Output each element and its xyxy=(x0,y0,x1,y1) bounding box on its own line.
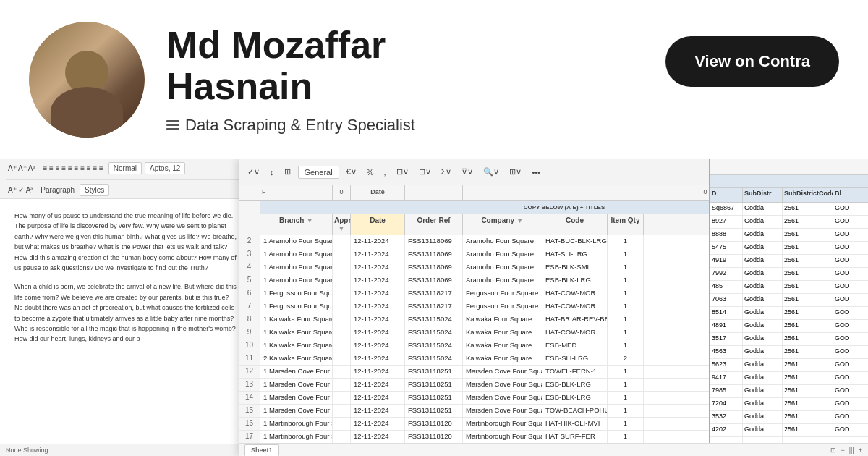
currency-tool[interactable]: €∨ xyxy=(344,166,359,178)
cell-mobileno: 3532 xyxy=(710,411,743,423)
cell-branch: 1 Aramoho Four Square xyxy=(260,248,333,261)
right-data-row: 5623 Godda 2561 GOD xyxy=(710,359,868,372)
col-approved-header: Approved ▼ xyxy=(333,214,351,235)
sheet1-tab[interactable]: Sheet1 xyxy=(244,444,279,456)
cell-approved xyxy=(333,339,351,352)
col-i-header xyxy=(463,185,542,200)
cell-date: 12-11-2024 xyxy=(351,248,405,261)
row-number: 11 xyxy=(239,352,260,365)
cell-orderref: FSS13118217 xyxy=(405,287,463,300)
cell-code: TOW-BEACH-POHU xyxy=(542,405,608,417)
undo-tool[interactable]: ✓∨ xyxy=(244,166,263,178)
cell-subdistrict: Godda xyxy=(743,307,783,319)
cell-itemqty: 1 xyxy=(608,300,644,313)
cell-bl: GOD xyxy=(833,281,868,293)
cell-itemqty: 1 xyxy=(608,366,644,378)
cell-company: Kaiwaka Four Square xyxy=(463,339,542,352)
cell-date: 12-11-2024 xyxy=(351,431,405,443)
cell-orderref: FSS13115024 xyxy=(405,339,463,352)
cell-subdistrict-code: 2561 xyxy=(783,203,833,215)
comma-tool[interactable]: , xyxy=(381,166,389,178)
cell-orderref: FSS13115024 xyxy=(405,326,463,339)
zoom-in-icon[interactable]: + xyxy=(859,447,862,454)
cell-mobileno: 3517 xyxy=(710,333,743,345)
percent-tool[interactable]: % xyxy=(364,166,377,178)
cell-subdistrict: Godda xyxy=(743,424,783,436)
cell-bl: GOD xyxy=(833,229,868,241)
cell-bl: GOD xyxy=(833,268,868,280)
right-data-row: 9417 Godda 2561 GOD xyxy=(710,372,868,385)
right-data-row: 8927 Godda 2561 GOD xyxy=(710,216,868,229)
cell-subdistrict: Godda xyxy=(743,372,783,384)
table-tool[interactable]: ⊞∨ xyxy=(506,166,524,178)
row-number: 17 xyxy=(239,431,260,443)
cell-date: 12-11-2024 xyxy=(351,313,405,326)
cell-date: 12-11-2024 xyxy=(351,326,405,339)
sum-tool[interactable]: Σ∨ xyxy=(438,166,455,178)
cell-subdistrict-code: 2561 xyxy=(783,424,833,436)
paragraph-label: Paragraph xyxy=(38,185,77,195)
border-tool[interactable]: ⊟∨ xyxy=(393,166,412,178)
cell-orderref: FSS13118069 xyxy=(405,248,463,261)
excel-bottom-bar: Sheet1 ⊡ − ||| + xyxy=(239,443,868,456)
find-tool[interactable]: 🔍∨ xyxy=(480,166,502,178)
font-size-tool[interactable]: A⁺ A⁻ Aᵃ xyxy=(6,164,38,173)
col-company-header: Company ▼ xyxy=(463,214,542,235)
cell-subdistrict-code: 2561 xyxy=(783,398,833,410)
cell-mobileno: 4919 xyxy=(710,255,743,267)
cell-subdistrict: Godda xyxy=(743,385,783,397)
right-data-row: 3517 Godda 2561 GOD xyxy=(710,333,868,346)
row-number: 5 xyxy=(239,274,260,287)
cell-subdistrict-code: 2561 xyxy=(783,281,833,293)
view-on-contra-button[interactable]: View on Contra xyxy=(665,36,839,87)
cell-code: HAT-COW-MOR xyxy=(542,300,608,313)
cell-subdistrict: Godda xyxy=(743,333,783,345)
cell-mobileno: 4202 xyxy=(710,424,743,436)
sort-tool[interactable]: ↕ xyxy=(267,166,277,178)
status-bar-icons: ⊡ − ||| + xyxy=(830,447,862,454)
cell-date: 12-11-2024 xyxy=(351,418,405,430)
cell-date: 12-11-2024 xyxy=(351,287,405,300)
row-number: 13 xyxy=(239,379,260,391)
word-para-1: How many of us pause to understand the t… xyxy=(14,211,238,273)
filter-tool[interactable]: ⊽∨ xyxy=(459,166,476,178)
row-number: 3 xyxy=(239,248,260,261)
cell-branch: 1 Kaiwaka Four Square xyxy=(260,326,333,339)
row-number: 9 xyxy=(239,326,260,339)
cell-subdistrict-code: 2561 xyxy=(783,385,833,397)
profile-title: Data Scraping & Entry Specialist xyxy=(166,116,839,135)
styles-dropdown[interactable]: Styles xyxy=(80,184,109,196)
grid-tool[interactable]: ⊞ xyxy=(281,166,294,178)
cell-subdistrict: Godda xyxy=(743,359,783,371)
cell-itemqty: 2 xyxy=(608,352,644,365)
more-tool[interactable]: ••• xyxy=(529,166,543,178)
right-data-row: 4891 Godda 2561 GOD xyxy=(710,320,868,333)
col-code-header: Code xyxy=(542,214,608,235)
cell-company: Aramoho Four Square xyxy=(463,235,542,248)
cell-subdistrict: Godda xyxy=(743,216,783,228)
cell-subdistrict: Godda xyxy=(743,203,783,215)
zoom-bars-icon[interactable]: ||| xyxy=(849,447,854,454)
col-orderref-header: Order Ref xyxy=(405,214,463,235)
cell-company: Marsden Cove Four Square xyxy=(463,366,542,378)
style-dropdown[interactable]: Normal xyxy=(109,162,142,174)
cell-approved xyxy=(333,405,351,417)
zoom-fit-icon[interactable]: ⊡ xyxy=(830,447,836,454)
zoom-out-icon[interactable]: − xyxy=(841,447,844,454)
cell-subdistrict-code: 2561 xyxy=(783,268,833,280)
cell-orderref: FSS13115024 xyxy=(405,352,463,365)
cell-mobileno: Sq6867 xyxy=(710,203,743,215)
font-dropdown[interactable]: Aptos, 12 xyxy=(145,162,185,174)
format-dropdown[interactable]: General xyxy=(298,166,339,179)
align-tool[interactable]: ≡ ≡ ≡ ≡ ≡ ≡ ≡ ≡ ≡ ≡ xyxy=(41,164,105,173)
row-number: 4 xyxy=(239,261,260,274)
fill-tool[interactable]: ⊟∨ xyxy=(416,166,434,178)
cell-code: ESB-BLK-SML xyxy=(542,261,608,274)
cell-itemqty: 1 xyxy=(608,261,644,274)
subdistrict-header: SubDistr xyxy=(743,188,783,202)
format-tool-2[interactable]: A⁺ ✓ Aᵃ xyxy=(6,185,35,195)
word-toolbar: A⁺ A⁻ Aᵃ ≡ ≡ ≡ ≡ ≡ ≡ ≡ ≡ ≡ ≡ Normal Apto… xyxy=(0,159,252,199)
cell-subdistrict-code: 2561 xyxy=(783,346,833,358)
row-number: 10 xyxy=(239,339,260,352)
avatar xyxy=(29,22,145,138)
